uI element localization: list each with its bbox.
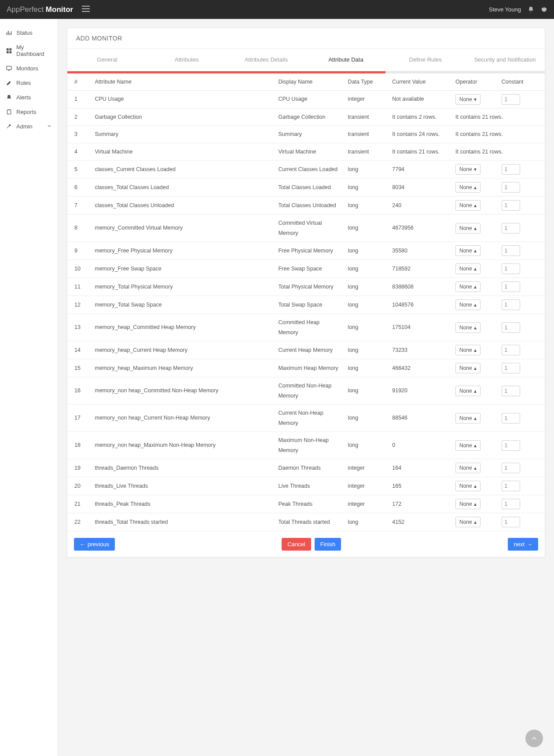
tab-define-rules[interactable]: Define Rules [385,49,465,71]
operator-dropdown[interactable]: None ▴ [455,345,481,355]
current-value: It contains 2 rows. [389,108,452,126]
constant-input[interactable] [502,463,520,473]
brand-bold: Monitor [46,5,73,14]
sidebar-item-reports[interactable]: Reports [0,105,58,119]
caret-up-icon: ▴ [474,519,477,525]
finish-button[interactable]: Finish [315,538,341,551]
header-right: Steve Young [489,6,547,13]
sidebar-item-my-dashboard[interactable]: My Dashboard [0,40,58,61]
caret-up-icon: ▴ [474,365,477,371]
current-value: 164 [389,459,452,477]
col-current-value: Current Value [389,73,452,91]
operator-dropdown[interactable]: None ▴ [455,223,481,234]
constant-input[interactable] [502,299,520,310]
operator-dropdown[interactable]: None ▴ [455,363,481,373]
bell-icon[interactable] [528,6,534,13]
power-icon[interactable] [541,6,547,13]
constant-input[interactable] [502,440,520,451]
operator-dropdown[interactable]: None ▴ [455,182,481,193]
user-name[interactable]: Steve Young [489,6,521,13]
arrow-right-icon: → [527,541,532,548]
constant-input[interactable] [502,200,520,211]
operator-dropdown[interactable]: None ▴ [455,322,481,333]
constant-input[interactable] [502,223,520,234]
operator-dropdown[interactable]: None ▾ [455,94,481,105]
constant-input[interactable] [502,499,520,509]
operator-dropdown[interactable]: None ▴ [455,499,481,509]
constant-input[interactable] [502,322,520,333]
sidebar-item-rules[interactable]: Rules [0,76,58,90]
grid-icon [6,48,12,54]
constant-input[interactable] [502,345,520,355]
previous-button[interactable]: ← previous [74,538,115,551]
row-num: 16 [67,377,92,405]
sidebar-label: Alerts [16,94,31,101]
operator-dropdown[interactable]: None ▴ [455,263,481,274]
constant-input[interactable] [502,263,520,274]
constant-input[interactable] [502,164,520,175]
row-num: 11 [67,278,92,296]
current-value: 175104 [389,314,452,341]
attr-name: memory_Total Swap Space [92,296,275,314]
brand-light: AppPerfect [7,5,44,14]
table-row: 11memory_Total Physical MemoryTotal Phys… [67,278,545,296]
row-num: 17 [67,405,92,432]
constant-input[interactable] [502,363,520,373]
attr-name: memory_non heap_Current Non-Heap Memory [92,405,275,432]
operator-dropdown[interactable]: None ▴ [455,413,481,424]
constant-input[interactable] [502,281,520,292]
attr-name: Virtual Machine [92,143,275,161]
caret-up-icon: ▴ [474,225,477,231]
data-type: transient [345,108,389,126]
caret-up-icon: ▴ [474,302,477,308]
attr-name: threads_Peak Threads [92,495,275,513]
constant-input[interactable] [502,245,520,256]
operator-dropdown[interactable]: None ▴ [455,386,481,396]
operator-value: None [459,483,472,489]
constant-input[interactable] [502,182,520,193]
operator-dropdown[interactable]: None ▴ [455,281,481,292]
constant-input[interactable] [502,94,520,105]
sidebar-item-alerts[interactable]: Alerts [0,90,58,105]
attr-name: memory_heap_Committed Heap Memory [92,314,275,341]
constant-input[interactable] [502,481,520,491]
data-type: long [345,215,389,242]
data-type: long [345,314,389,341]
sidebar-item-status[interactable]: Status [0,26,58,40]
operator-dropdown[interactable]: None ▴ [455,440,481,451]
operator-value: None [459,202,472,208]
constant-input[interactable] [502,386,520,396]
operator-dropdown[interactable]: None ▴ [455,517,481,527]
current-value: 1048576 [389,296,452,314]
scroll-to-top-button[interactable] [525,730,543,747]
operator-value: None [459,248,472,254]
operator-dropdown[interactable]: None ▴ [455,463,481,473]
operator-value: None [459,519,472,525]
operator-dropdown[interactable]: None ▴ [455,481,481,491]
next-button[interactable]: next → [508,538,538,551]
tab-attributes[interactable]: Attributes [147,49,227,71]
tab-attributes-details[interactable]: Attributes Details [227,49,306,71]
menu-icon[interactable] [82,6,90,13]
tab-security-and-notification[interactable]: Security and Notification [465,49,545,71]
display-name: Maximum Non-Heap Memory [275,432,344,459]
display-name: Total Classes Unloaded [275,197,344,215]
operator-dropdown[interactable]: None ▾ [455,164,481,175]
operator-dropdown[interactable]: None ▴ [455,245,481,256]
sidebar-item-admin[interactable]: Admin [0,119,58,134]
operator-value: None [459,465,472,471]
operator-dropdown[interactable]: None ▴ [455,299,481,310]
cancel-button[interactable]: Cancel [282,538,311,551]
row-num: 21 [67,495,92,513]
operator-dropdown[interactable]: None ▴ [455,200,481,211]
bell-icon [6,95,12,100]
constant-input[interactable] [502,413,520,424]
tab-attribute-data[interactable]: Attribute Data [306,49,385,71]
current-value: 466432 [389,359,452,377]
constant-input[interactable] [502,517,520,527]
next-label: next [514,541,525,548]
tab-general[interactable]: General [67,49,147,71]
sidebar-item-monitors[interactable]: Monitors [0,61,58,76]
current-value: 8034 [389,179,452,197]
table-row: 9memory_Free Physical MemoryFree Physica… [67,242,545,260]
